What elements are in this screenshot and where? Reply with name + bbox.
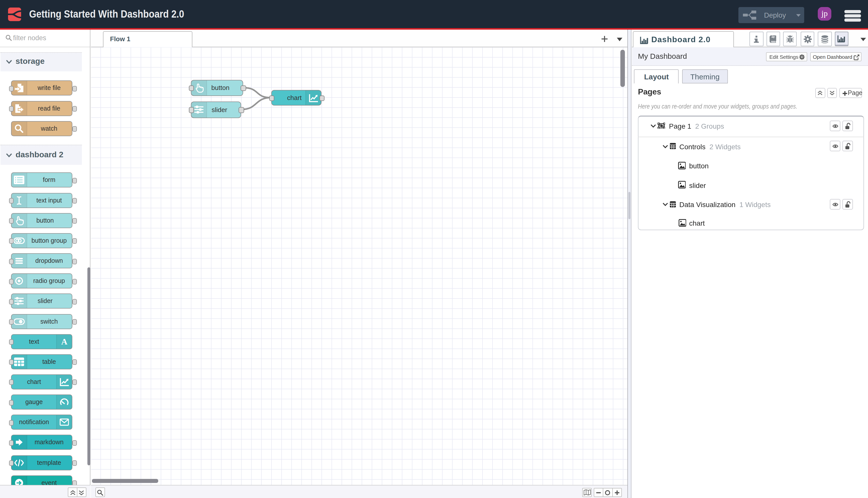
svg-text:A: A: [61, 337, 67, 346]
